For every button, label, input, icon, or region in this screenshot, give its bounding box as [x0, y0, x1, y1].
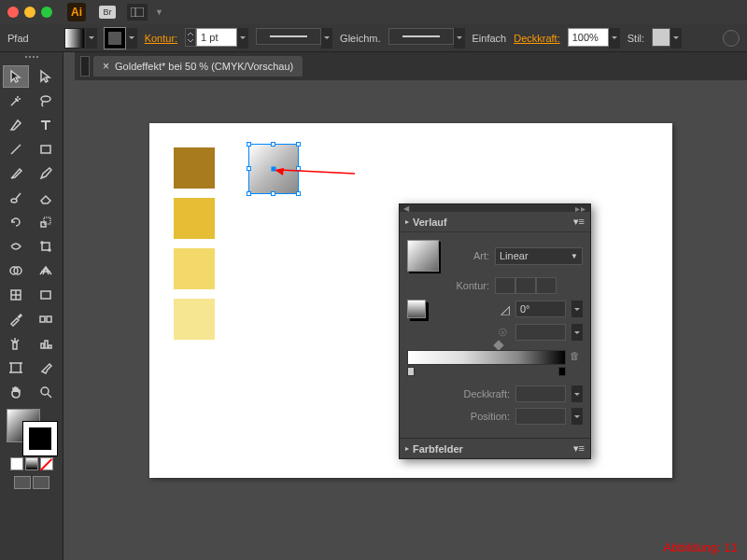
- swatch-square[interactable]: [174, 248, 215, 289]
- tabbar-toggle-icon[interactable]: [80, 56, 90, 77]
- screen-mode-1-icon[interactable]: [14, 476, 31, 489]
- style-swatch[interactable]: [652, 28, 670, 47]
- section-menu-icon[interactable]: ▾≡: [573, 442, 585, 455]
- gradient-stop-black[interactable]: [558, 367, 566, 376]
- stroke-swatch[interactable]: [105, 28, 125, 49]
- trash-icon[interactable]: 🗑: [570, 350, 583, 363]
- zoom-tool[interactable]: [33, 381, 59, 403]
- scale-tool[interactable]: [33, 211, 59, 233]
- panel-collapse-icon[interactable]: ◀: [403, 204, 409, 213]
- close-icon[interactable]: [7, 7, 19, 18]
- svg-point-9: [49, 249, 50, 251]
- eyedropper-tool[interactable]: [3, 308, 29, 330]
- eraser-tool[interactable]: [33, 187, 59, 209]
- width-tool[interactable]: [3, 235, 29, 258]
- type-tool[interactable]: [33, 114, 59, 136]
- stroke-dropdown-icon[interactable]: [126, 28, 137, 49]
- stop-opacity-dropdown-icon: [571, 385, 583, 402]
- blend-tool[interactable]: [33, 308, 59, 330]
- pencil-tool[interactable]: [33, 162, 59, 185]
- stroke-gradient-buttons[interactable]: [495, 277, 557, 294]
- rectangle-tool[interactable]: [33, 138, 59, 161]
- magic-wand-tool[interactable]: [3, 90, 29, 112]
- globe-icon[interactable]: [723, 30, 740, 47]
- stepper-icon[interactable]: [185, 28, 196, 47]
- panel-toggle-icon[interactable]: ▸: [405, 217, 409, 226]
- brush-profile[interactable]: [256, 28, 321, 45]
- arrange-docs-icon[interactable]: [127, 4, 148, 21]
- swatch-square[interactable]: [174, 147, 215, 189]
- hand-tool[interactable]: [3, 381, 29, 403]
- document-tab[interactable]: × Goldeffekt* bei 50 % (CMYK/Vorschau): [93, 56, 303, 77]
- aspect-field: [515, 324, 566, 341]
- blob-brush-tool[interactable]: [3, 187, 29, 209]
- swatch-square[interactable]: [174, 299, 215, 340]
- tab-close-icon[interactable]: ×: [103, 60, 109, 73]
- section-toggle-icon[interactable]: ▸: [405, 444, 409, 453]
- angle-field[interactable]: 0°: [515, 301, 566, 317]
- arrange-chevron-icon[interactable]: ▼: [155, 7, 163, 17]
- panel-grip-icon[interactable]: [3, 56, 60, 62]
- mini-gradient-preview[interactable]: [407, 300, 426, 318]
- gradient-type-dropdown[interactable]: Linear ▼: [495, 247, 583, 265]
- column-graph-tool[interactable]: [33, 332, 59, 355]
- gradient-stop-white[interactable]: [407, 367, 415, 376]
- slice-tool[interactable]: [33, 357, 59, 379]
- fill-stroke-indicator[interactable]: [3, 409, 57, 454]
- window-titlebar: Ai Br ▼: [0, 0, 747, 24]
- svg-rect-20: [11, 363, 21, 372]
- stroke-weight-field[interactable]: 1 pt: [196, 28, 237, 47]
- free-transform-tool[interactable]: [33, 235, 59, 258]
- paintbrush-tool[interactable]: [3, 162, 29, 185]
- farbfelder-section[interactable]: ▸ Farbfelder ▾≡: [400, 438, 590, 458]
- gradient-type-value: Linear: [500, 250, 529, 261]
- pen-tool[interactable]: [3, 114, 29, 136]
- bridge-icon[interactable]: Br: [99, 6, 116, 19]
- panel-menu-icon[interactable]: ▾≡: [573, 216, 585, 228]
- stroke-weight-dropdown-icon[interactable]: [237, 28, 248, 49]
- panel-expand-icon[interactable]: ▸▸: [575, 203, 586, 214]
- stop-position-field: [515, 408, 566, 425]
- stroke-style[interactable]: [388, 28, 454, 45]
- kontur-link[interactable]: Kontur:: [145, 33, 177, 44]
- mesh-tool[interactable]: [3, 284, 29, 306]
- gradient-slider[interactable]: [407, 350, 566, 365]
- artboard-tool[interactable]: [3, 357, 29, 379]
- zoom-icon[interactable]: [41, 7, 52, 18]
- color-mode-icon[interactable]: [10, 457, 23, 470]
- screen-mode-2-icon[interactable]: [33, 476, 49, 489]
- fill-dropdown-icon[interactable]: [86, 28, 97, 49]
- fill-swatch[interactable]: [64, 28, 85, 49]
- minimize-icon[interactable]: [24, 7, 35, 18]
- rotate-tool[interactable]: [3, 211, 29, 233]
- svg-point-8: [41, 242, 43, 244]
- panel-drag-bar[interactable]: ◀ ▸▸: [400, 204, 590, 212]
- aspect-lock-icon[interactable]: ⦾: [499, 327, 510, 338]
- stroke-indicator[interactable]: [23, 422, 57, 455]
- gradient-tool[interactable]: [33, 284, 59, 306]
- selection-tool[interactable]: [3, 65, 29, 88]
- perspective-grid-tool[interactable]: [33, 259, 59, 282]
- angle-dropdown-icon[interactable]: [571, 301, 583, 317]
- app-logo: Ai: [67, 3, 86, 21]
- svg-rect-15: [47, 316, 51, 322]
- gradient-preview[interactable]: [407, 240, 439, 272]
- gradient-mode-icon[interactable]: [25, 457, 38, 470]
- panel-header[interactable]: ▸ Verlauf ▾≡: [400, 212, 590, 232]
- lasso-tool[interactable]: [33, 90, 59, 112]
- direct-selection-tool[interactable]: [33, 65, 59, 88]
- opacity-dropdown-icon[interactable]: [609, 28, 620, 49]
- swatch-square[interactable]: [174, 198, 215, 239]
- svg-rect-16: [13, 343, 17, 349]
- none-mode-icon[interactable]: [40, 457, 53, 470]
- symbol-sprayer-tool[interactable]: [3, 332, 29, 355]
- stroke-style-dropdown-icon[interactable]: [454, 28, 465, 49]
- svg-rect-17: [41, 343, 44, 348]
- style-dropdown-icon[interactable]: [670, 28, 682, 49]
- deckkraft-link[interactable]: Deckkraft:: [514, 33, 560, 44]
- document-tab-bar: × Goldeffekt* bei 50 % (CMYK/Vorschau): [75, 52, 747, 80]
- line-tool[interactable]: [3, 138, 29, 161]
- shape-builder-tool[interactable]: [3, 259, 29, 282]
- brush-dropdown-icon[interactable]: [321, 28, 332, 49]
- opacity-field[interactable]: 100%: [568, 28, 609, 47]
